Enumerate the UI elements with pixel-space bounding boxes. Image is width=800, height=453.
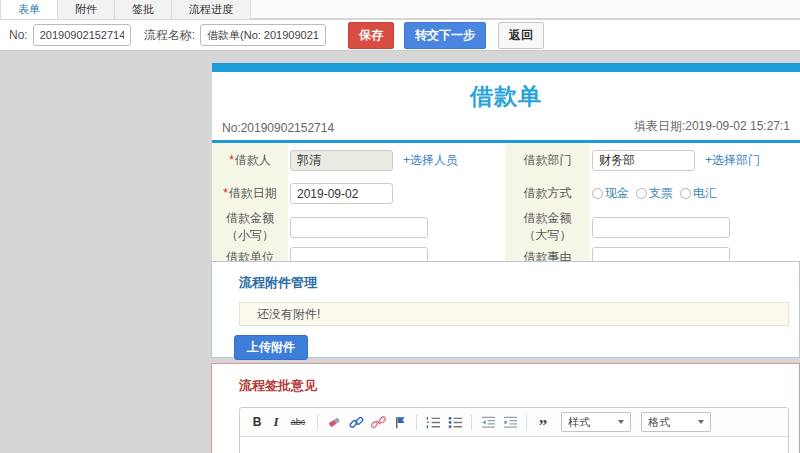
- unlink-icon[interactable]: [370, 413, 386, 431]
- form-meta-row: No:20190902152714 填表日期:2019-09-02 15:27:…: [212, 115, 800, 140]
- upload-attachment-button[interactable]: 上传附件: [234, 335, 308, 360]
- radio-cheque[interactable]: 支票: [636, 185, 673, 202]
- attachment-panel: 流程附件管理 还没有附件! 上传附件: [211, 261, 800, 358]
- blockquote-icon[interactable]: ”: [535, 413, 551, 431]
- back-button[interactable]: 返回: [498, 22, 544, 49]
- amount-lowercase-label: 借款金额（小写）: [212, 210, 288, 244]
- amount-lowercase-input[interactable]: [290, 217, 428, 238]
- toolbar-separator: [317, 414, 318, 430]
- attachment-heading: 流程附件管理: [239, 274, 799, 292]
- borrower-label: *借款人: [212, 143, 288, 177]
- editor-content-area[interactable]: [240, 437, 788, 453]
- approval-panel: 流程签批意见 B I abc: [211, 363, 800, 453]
- select-department-link[interactable]: +选择部门: [705, 152, 760, 169]
- bulleted-list-icon[interactable]: [447, 413, 463, 431]
- numbered-list-icon[interactable]: [425, 413, 441, 431]
- loan-method-radio-group: 现金 支票 电汇: [592, 185, 717, 202]
- form-grid: *借款人 +选择人员 借款部门 +选择部门 *借款日期 借款方式: [212, 143, 800, 271]
- borrower-input[interactable]: [290, 150, 393, 171]
- no-label: No:: [9, 28, 28, 42]
- radio-circle-icon[interactable]: [636, 188, 647, 199]
- loan-date-field: [288, 177, 505, 210]
- loan-method-field: 现金 支票 电汇: [590, 177, 800, 210]
- form-title: 借款单: [212, 72, 800, 115]
- command-bar: No: 流程名称: 保存 转交下一步 返回: [0, 20, 800, 51]
- styles-dropdown[interactable]: 样式: [561, 412, 631, 432]
- form-fill-date: 填表日期:2019-09-02 15:27:1: [634, 118, 790, 135]
- indent-icon[interactable]: [502, 413, 518, 431]
- editor-toolbar: B I abc: [240, 408, 788, 437]
- department-label: 借款部门: [505, 143, 590, 177]
- amount-uppercase-field: [590, 210, 800, 244]
- no-input[interactable]: [33, 24, 131, 46]
- format-dropdown[interactable]: 格式: [641, 412, 711, 432]
- required-mark: *: [229, 153, 234, 167]
- loan-form-panel: 借款单 No:20190902152714 填表日期:2019-09-02 15…: [212, 63, 800, 276]
- italic-icon[interactable]: I: [271, 413, 281, 431]
- amount-lowercase-field: [288, 210, 505, 244]
- toolbar-separator: [471, 414, 472, 430]
- select-person-link[interactable]: +选择人员: [403, 152, 458, 169]
- tab-progress[interactable]: 流程进度: [172, 0, 251, 19]
- tab-form[interactable]: 表单: [0, 0, 58, 19]
- anchor-flag-icon[interactable]: [392, 413, 408, 431]
- toolbar-separator: [416, 414, 417, 430]
- tab-approval[interactable]: 签批: [115, 0, 172, 19]
- amount-uppercase-label: 借款金额（大写）: [505, 210, 590, 244]
- amount-uppercase-input[interactable]: [592, 217, 730, 238]
- form-top-bar: [212, 63, 800, 72]
- chevron-down-icon: [618, 420, 624, 424]
- radio-circle-icon[interactable]: [592, 188, 603, 199]
- chevron-down-icon: [698, 420, 704, 424]
- department-field: +选择部门: [590, 143, 800, 177]
- bold-icon[interactable]: B: [249, 413, 265, 431]
- process-name-input[interactable]: [200, 24, 326, 46]
- borrower-field: +选择人员: [288, 143, 505, 177]
- required-mark: *: [223, 186, 228, 200]
- tab-attachment[interactable]: 附件: [58, 0, 115, 19]
- remove-format-icon[interactable]: [326, 413, 342, 431]
- no-attachment-alert: 还没有附件!: [239, 302, 789, 326]
- rich-text-editor: B I abc: [239, 407, 789, 453]
- outdent-icon[interactable]: [480, 413, 496, 431]
- process-name-label: 流程名称:: [144, 27, 195, 44]
- radio-circle-icon[interactable]: [680, 188, 691, 199]
- loan-date-label: *借款日期: [212, 177, 288, 210]
- loan-method-label: 借款方式: [505, 177, 590, 210]
- form-doc-no: No:20190902152714: [222, 121, 334, 135]
- forward-next-step-button[interactable]: 转交下一步: [404, 22, 486, 49]
- toolbar-separator: [526, 414, 527, 430]
- radio-wire-transfer[interactable]: 电汇: [680, 185, 717, 202]
- screen: 表单 附件 签批 流程进度 No: 流程名称: 保存 转交下一步 返回 借款单 …: [0, 0, 800, 453]
- save-button[interactable]: 保存: [348, 22, 394, 49]
- loan-date-input[interactable]: [290, 183, 393, 204]
- strikethrough-icon[interactable]: abc: [287, 413, 309, 431]
- tab-bar: 表单 附件 签批 流程进度: [0, 0, 800, 19]
- link-icon[interactable]: [348, 413, 364, 431]
- radio-cash[interactable]: 现金: [592, 185, 629, 202]
- department-input[interactable]: [592, 150, 695, 171]
- approval-heading: 流程签批意见: [239, 377, 799, 395]
